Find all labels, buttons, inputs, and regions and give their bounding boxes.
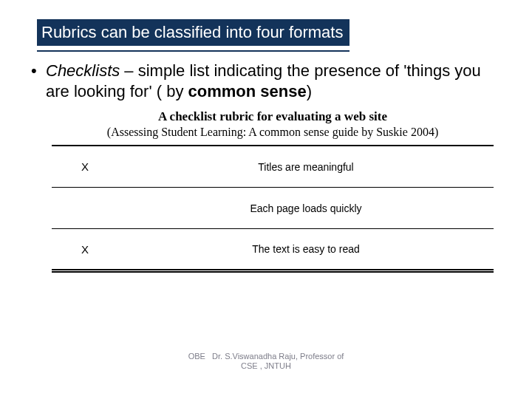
slide-footer: OBE Dr. S.Viswanadha Raju, Professor of …: [0, 352, 532, 371]
row-desc: Each page loads quickly: [118, 202, 494, 214]
checklist-table: A checklist rubric for evaluating a web …: [52, 109, 494, 273]
bullet-rest2: ): [307, 82, 312, 100]
title-underline: [37, 50, 349, 52]
check-mark: X: [52, 243, 118, 256]
table-row: X The text is easy to read: [52, 229, 494, 270]
bullet-item: • Checklists – simple list indicating th…: [30, 61, 502, 101]
slide-title: Rubrics can be classified into four form…: [37, 19, 349, 46]
table-row: X Titles are meaningful: [52, 146, 494, 188]
row-desc: The text is easy to read: [118, 243, 494, 255]
bullet-dash: –: [120, 61, 137, 80]
bullet-term: Checklists: [46, 61, 120, 80]
table-body: X Titles are meaningful Each page loads …: [52, 145, 494, 273]
table-row: Each page loads quickly: [52, 188, 494, 229]
table-subheading: (Assessing Student Learning: A common se…: [52, 126, 494, 139]
table-bottom-border: [52, 270, 494, 273]
footer-left: OBE: [188, 352, 205, 361]
bullet-dot: •: [30, 61, 46, 81]
footer-line2: CSE , JNTUH: [241, 361, 291, 370]
check-mark: X: [52, 160, 118, 173]
table-heading: A checklist rubric for evaluating a web …: [52, 109, 494, 124]
bullet-bold: common sense: [188, 82, 307, 100]
row-desc: Titles are meaningful: [118, 161, 494, 173]
content-area: • Checklists – simple list indicating th…: [30, 61, 502, 101]
bullet-text: Checklists – simple list indicating the …: [46, 61, 502, 101]
footer-line1: Dr. S.Viswanadha Raju, Professor of: [212, 352, 344, 361]
